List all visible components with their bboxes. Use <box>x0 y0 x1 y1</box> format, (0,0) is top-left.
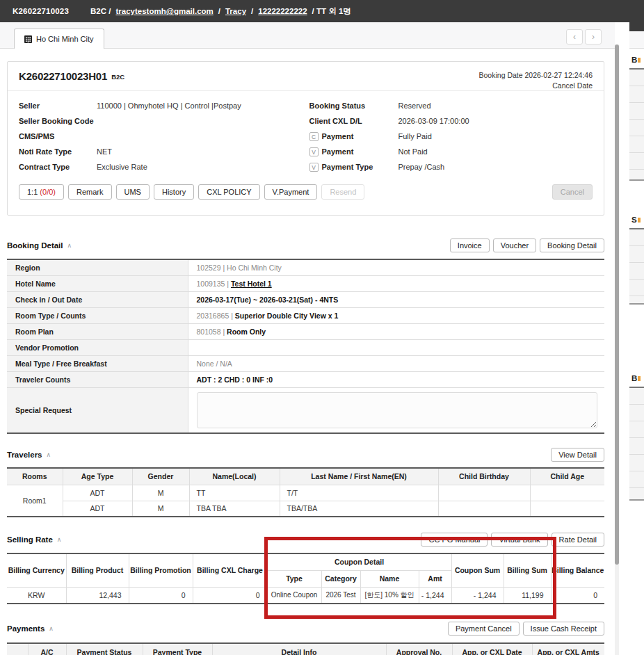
tab-ho-chi-minh-city[interactable]: Ho Chi Minh City <box>14 29 104 49</box>
virtual-bank-button[interactable]: Virtual Bank <box>491 533 547 547</box>
field-label: Client CXL D/L <box>309 117 362 125</box>
v-payment-button[interactable]: V.Payment <box>264 184 318 200</box>
field-value: Fully Paid <box>399 132 432 140</box>
field-value: NET <box>97 147 112 156</box>
customer-name-link[interactable]: Tracy <box>225 7 246 15</box>
row-label: Room Plan <box>7 323 188 339</box>
table-header-row: Rooms Age Type Gender Name(Local) Last N… <box>7 468 604 485</box>
col-header: Name(Local) <box>189 468 280 485</box>
rate-detail-button[interactable]: Rate Detail <box>552 533 604 547</box>
view-detail-button[interactable]: View Detail <box>551 448 604 462</box>
history-button[interactable]: History <box>154 184 194 200</box>
collapse-caret-icon[interactable]: ∧ <box>57 536 62 543</box>
payment-cancel-button[interactable]: Payment Cancel <box>448 622 520 636</box>
ums-button[interactable]: UMS <box>116 184 150 200</box>
collapse-caret-icon[interactable]: ∧ <box>47 451 51 458</box>
invoice-button[interactable]: Invoice <box>450 238 490 252</box>
remark-button[interactable]: Remark <box>68 184 112 200</box>
col-header: A/C <box>28 643 66 655</box>
voucher-button[interactable]: Voucher <box>493 238 536 252</box>
cell: TBA/TBA <box>280 501 438 517</box>
cell: 11,199 <box>504 587 551 604</box>
issue-cash-receipt-button[interactable]: Issue Cash Receipt <box>523 622 604 636</box>
section-title: Travelers <box>7 451 42 459</box>
table-row: Special Request <box>7 387 604 433</box>
field-label: Seller <box>19 102 97 110</box>
cc-pg-manual-button[interactable]: CC PG Manual <box>421 533 488 547</box>
selling-rate-table: Billing Currency Billing Product Billing… <box>7 553 604 604</box>
section-title: Selling Rate <box>7 535 53 544</box>
cutoff-orange-mark <box>638 58 641 63</box>
resend-button: Resend <box>321 184 364 200</box>
col-header: Billing Promotion <box>129 553 193 587</box>
field-label: Payment <box>322 132 354 140</box>
building-icon <box>24 35 32 43</box>
table-row: Traveler CountsADT : 2 CHD : 0 INF :0 <box>7 371 604 387</box>
special-request-textarea[interactable] <box>197 392 597 428</box>
cell: - 1,244 <box>451 587 504 604</box>
field-label: Payment Type <box>322 163 373 171</box>
tab-strip: Ho Chi Minh City ‹ › <box>0 22 615 49</box>
section-title: Payments <box>7 624 45 633</box>
tab-scroll-prev-button[interactable]: ‹ <box>566 29 583 45</box>
row-label: Special Request <box>7 387 188 433</box>
col-header: Approval No. <box>386 643 452 655</box>
right-cutoff-panel: B S B <box>629 22 644 655</box>
col-header <box>7 643 28 655</box>
cell: TT <box>189 485 280 501</box>
cell <box>438 485 530 501</box>
row-value: 102529 | Ho Chi Minh City <box>197 264 282 272</box>
card-title-row: K26022710023H01 B2C Booking Date 2026-02… <box>8 62 604 91</box>
cutoff-table <box>629 68 644 181</box>
row-label: Vendor Promotion <box>7 339 188 355</box>
table-row: Room1 ADT M TT T/T <box>7 485 604 501</box>
separator: / <box>218 7 220 15</box>
payment-scope-box: V <box>309 147 319 156</box>
row-value-code: 801058 | <box>197 328 227 336</box>
coupon-detail-group-header: Coupon Detail <box>267 553 451 570</box>
field-value: Reserved <box>399 102 431 110</box>
booking-date: Booking Date 2026-02-27 12:24:46 <box>479 70 593 81</box>
payments-table: A/C Payment Status Payment Type Detail I… <box>7 642 604 655</box>
col-header: Billing Balance <box>551 553 604 587</box>
field-label: Booking Status <box>309 102 366 110</box>
collapse-caret-icon[interactable]: ∧ <box>49 625 54 632</box>
scrollbar-thumb[interactable] <box>615 45 619 565</box>
col-header: Name <box>360 570 419 587</box>
row-value: Superior Double City View x 1 <box>235 312 339 320</box>
one-to-one-count: (0/0) <box>40 188 56 196</box>
cell: T/T <box>280 485 438 501</box>
cell: TBA TBA <box>189 501 280 517</box>
col-header: Category <box>321 570 360 587</box>
tab-scroll-next-button[interactable]: › <box>585 29 602 45</box>
booking-detail-header: Booking Detail ∧ Invoice Voucher Booking… <box>7 238 604 252</box>
booking-detail-button[interactable]: Booking Detail <box>540 238 604 252</box>
section-title: Booking Detail <box>7 241 63 250</box>
customer-phone-link[interactable]: 12222222222 <box>258 7 307 15</box>
field-label: Seller Booking Code <box>19 117 97 125</box>
summary-fields: Seller110000 | Ohmyhotel HQ | Control |P… <box>8 91 604 175</box>
cutoff-top-bar <box>629 22 644 31</box>
col-header: Coupon Sum <box>451 553 504 587</box>
selling-rate-header: Selling Rate ∧ CC PG Manual Virtual Bank… <box>7 533 604 547</box>
cutoff-table <box>629 228 644 305</box>
row-value: ADT : 2 CHD : 0 INF :0 <box>197 375 273 384</box>
channel-label: B2C / <box>90 7 111 15</box>
field-value: 2026-03-09 17:00:00 <box>399 117 469 125</box>
cell <box>438 501 530 517</box>
cell: ADT <box>63 501 132 517</box>
traveler-summary: / TT 외 1명 <box>312 6 351 17</box>
col-header: Child Age <box>530 468 604 485</box>
coupon-name-cell: [한도] 10% 할인 <box>360 587 419 604</box>
cxl-policy-button[interactable]: CXL POLICY <box>198 184 259 200</box>
hotel-name-link[interactable]: Test Hotel 1 <box>231 280 272 288</box>
customer-email-link[interactable]: tracytestomh@gmail.com <box>115 7 213 15</box>
row-label: Region <box>7 259 188 275</box>
table-header-row: Billing Currency Billing Product Billing… <box>7 553 604 570</box>
top-bar: K26022710023 B2C / tracytestomh@gmail.co… <box>0 0 644 22</box>
cutoff-tab-strip <box>629 31 644 49</box>
collapse-caret-icon[interactable]: ∧ <box>67 242 72 249</box>
cell <box>530 485 604 501</box>
cell: M <box>132 501 189 517</box>
one-to-one-button[interactable]: 1:1 (0/0) <box>19 184 64 200</box>
